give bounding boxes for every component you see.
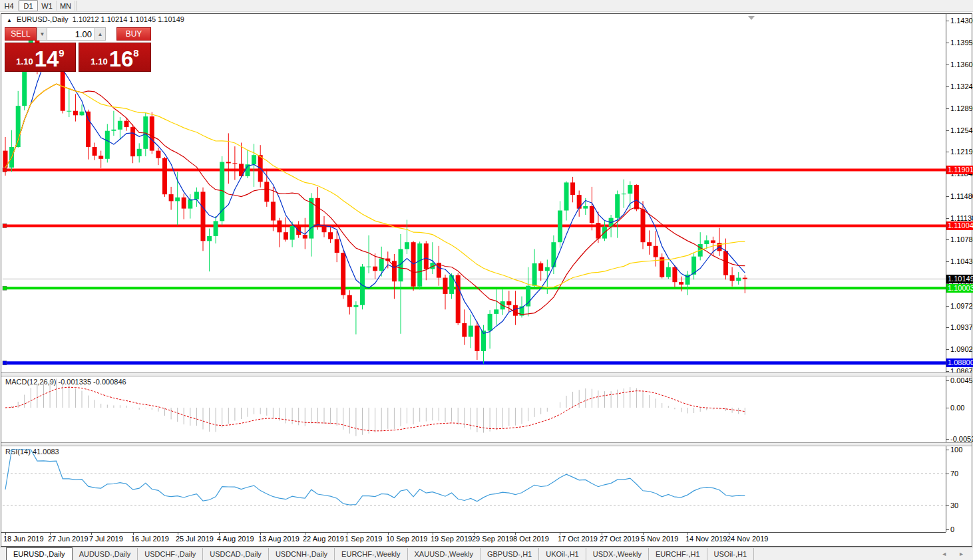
toolbar-separator xyxy=(77,1,77,11)
line-anchor[interactable] xyxy=(3,286,7,290)
tab-audusd-daily[interactable]: AUDUSD-,Daily xyxy=(73,548,138,560)
moving-average-line xyxy=(5,84,745,315)
current-price-badge: 1.10149 xyxy=(946,275,973,283)
date-label: 7 Jul 2019 xyxy=(89,535,123,543)
collapse-arrow-icon[interactable]: ▲ xyxy=(7,17,12,23)
candle-body xyxy=(162,158,167,194)
tab-usdcad-daily[interactable]: USDCAD-,Daily xyxy=(203,548,269,560)
horizontal-level-line[interactable] xyxy=(3,361,946,364)
horizontal-level-line[interactable] xyxy=(3,287,946,289)
candle-body xyxy=(290,226,295,240)
line-anchor[interactable] xyxy=(3,361,7,365)
buy-price-big: 16 xyxy=(109,49,134,69)
rsi-axis-tick: 0 xyxy=(946,525,973,533)
macd-axis-tick: 0.00 xyxy=(946,404,973,412)
timeframe-d1-button[interactable]: D1 xyxy=(19,0,38,11)
tab-xauusd-weekly[interactable]: XAUUSD-,Weekly xyxy=(408,548,481,560)
price-tick: 1.12890 xyxy=(946,104,973,112)
macd-indicator-panel[interactable]: MACD(12,26,9) -0.001335 -0.000846 xyxy=(1,376,946,442)
tab-usdx-weekly[interactable]: USDX-,Weekly xyxy=(586,548,649,560)
candle-body xyxy=(182,198,186,209)
timeframe-w1-button[interactable]: W1 xyxy=(38,1,57,11)
price-level-badge: 1.11901 xyxy=(946,166,973,174)
tab-usoil-h1[interactable]: USOil-,H1 xyxy=(707,548,755,560)
rsi-axis-tick: 30 xyxy=(946,501,973,509)
candle-body xyxy=(679,282,683,285)
candle-body xyxy=(379,259,384,271)
candle-body xyxy=(315,198,320,225)
candle-body xyxy=(424,243,429,269)
price-tick: 1.13950 xyxy=(946,39,973,47)
candle-body xyxy=(214,221,218,236)
rsi-indicator-panel[interactable]: RSI(14) 41.0083 xyxy=(1,446,946,531)
date-label: 1 Sep 2019 xyxy=(345,535,382,543)
candle-body xyxy=(80,112,85,116)
candle-body xyxy=(494,309,498,314)
rsi-axis-tick: 100 xyxy=(946,446,973,454)
candle-body xyxy=(443,278,448,294)
candle-body xyxy=(188,200,192,209)
candle-body xyxy=(405,242,409,249)
timeframe-h4-button[interactable]: H4 xyxy=(0,1,19,11)
candle-body xyxy=(86,112,91,147)
candle-body xyxy=(111,130,116,131)
price-tick: 1.09370 xyxy=(946,323,973,331)
macd-chart[interactable] xyxy=(1,376,946,442)
candle-body xyxy=(456,275,461,323)
tab-eurchf-weekly[interactable]: EURCHF-,Weekly xyxy=(335,548,407,560)
date-label: 8 Oct 2019 xyxy=(513,535,549,543)
tab-ukoil-h1[interactable]: UKOil-,H1 xyxy=(539,548,586,560)
volume-input[interactable] xyxy=(47,27,95,41)
candle-body xyxy=(226,162,231,164)
candle-body xyxy=(271,202,276,220)
line-anchor[interactable] xyxy=(3,224,7,228)
date-axis[interactable]: 18 Jun 201927 Jun 20197 Jul 201916 Jul 2… xyxy=(1,532,946,545)
tab-eurusd-daily[interactable]: EURUSD-,Daily xyxy=(6,547,73,560)
date-label: 29 Sep 2019 xyxy=(472,535,513,543)
sell-price-box[interactable]: 1.10 14 9 xyxy=(5,43,76,72)
tab-usdchf-daily[interactable]: USDCHF-,Daily xyxy=(138,548,203,560)
candle-body xyxy=(124,121,129,127)
buy-button[interactable]: BUY xyxy=(116,27,151,41)
date-label: 13 Aug 2019 xyxy=(258,535,299,543)
candle-body xyxy=(538,263,543,271)
candle-body xyxy=(577,195,582,209)
candle-body xyxy=(545,267,550,271)
volume-increase-button[interactable]: ▲ xyxy=(95,27,106,41)
candle-body xyxy=(596,223,600,238)
candle-body xyxy=(743,278,747,279)
scroll-end-marker-icon[interactable] xyxy=(748,16,755,20)
tab-eurchf-h1[interactable]: EURCHF-,H1 xyxy=(649,548,707,560)
candle-body xyxy=(347,295,352,307)
tab-scroll-arrows[interactable]: ◂ ▸ xyxy=(942,550,969,557)
horizontal-level-line[interactable] xyxy=(3,225,946,227)
buy-price-box[interactable]: 1.10 16 8 xyxy=(79,43,151,72)
sell-price-sup: 9 xyxy=(59,47,64,59)
candle-body xyxy=(532,263,537,286)
horizontal-level-line[interactable] xyxy=(3,169,946,172)
candle-body xyxy=(118,121,122,130)
buy-price-small: 1.10 xyxy=(91,57,107,67)
candle-body xyxy=(67,111,71,112)
candle-body xyxy=(194,192,199,199)
candle-body xyxy=(641,210,646,243)
rsi-chart[interactable] xyxy=(1,446,946,531)
price-axis[interactable]: 1.143001.139501.136001.132401.128901.125… xyxy=(946,14,973,532)
line-anchor[interactable] xyxy=(3,168,7,172)
candle-body xyxy=(488,314,492,331)
date-label: 17 Oct 2019 xyxy=(558,535,598,543)
candle-body xyxy=(417,243,422,287)
candle-body xyxy=(93,147,97,156)
candle-body xyxy=(590,206,594,223)
candle-body xyxy=(672,267,677,283)
candle-body xyxy=(353,305,358,307)
timeframe-mn-button[interactable]: MN xyxy=(57,1,75,11)
price-level-badge: 1.08800 xyxy=(946,358,973,367)
tab-usdcnh-daily[interactable]: USDCNH-,Daily xyxy=(269,548,335,560)
candle-body xyxy=(169,194,174,201)
candle-body xyxy=(666,267,671,277)
tab-gbpusd-h1[interactable]: GBPUSD-,H1 xyxy=(481,548,539,560)
sell-button[interactable]: SELL xyxy=(5,27,37,41)
candle-body xyxy=(130,127,135,156)
candle-body xyxy=(647,242,652,246)
